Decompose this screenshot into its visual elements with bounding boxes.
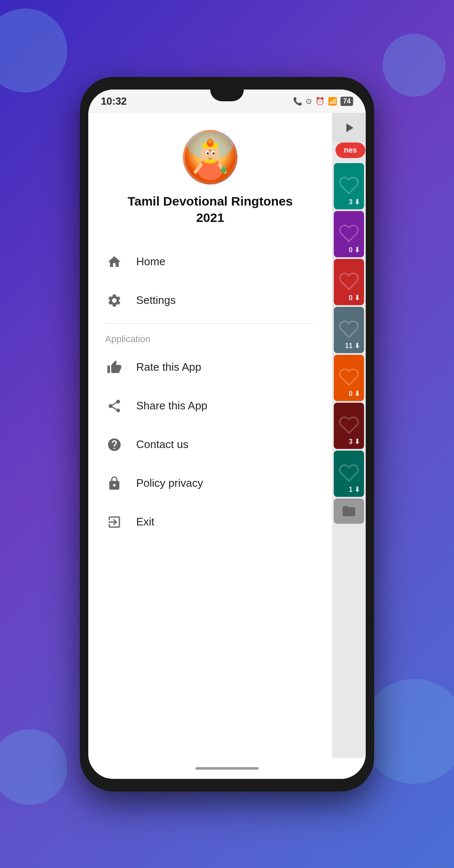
folder-area [334,499,364,524]
svg-point-18 [224,166,225,167]
lock-icon [105,474,124,493]
menu-item-policy[interactable]: Policy privacy [88,464,332,503]
download-count-5: 3 ⬇ [349,438,360,446]
menu-item-exit[interactable]: Exit [88,503,332,541]
heart-icon-3 [338,319,359,341]
battery-level: 74 [340,97,353,106]
heart-icon-0 [338,175,359,198]
exit-label: Exit [136,515,154,528]
drawer-header: Tamil Devotional Ringtones 2021 [88,113,332,238]
navigation-drawer: Tamil Devotional Ringtones 2021 Home [88,113,332,758]
ringtone-card-0[interactable]: 3 ⬇ [334,163,364,209]
share-label: Share this App [136,399,207,412]
drawer-menu: Home Settings Application [88,238,332,546]
heart-icon-4 [338,367,359,389]
svg-point-6 [208,139,212,143]
status-time: 10:32 [101,95,127,107]
download-count-0: 3 ⬇ [349,198,360,206]
phone-screen: 10:32 📞 ⊙ ⏰ 📶 74 [88,90,366,779]
filter-tab-nes[interactable]: nes [335,142,365,158]
download-count-3: 11 ⬇ [345,342,360,350]
share-icon [105,397,124,415]
thumbup-icon [105,358,124,377]
app-avatar [183,130,238,185]
rate-label: Rate this App [136,361,201,374]
heart-icon-1 [338,223,359,245]
filter-tabs: nes C [332,142,366,161]
svg-point-10 [213,152,215,154]
status-icons-group: 📞 ⊙ ⏰ 📶 74 [293,97,353,106]
settings-icon [105,291,124,310]
wifi-icon: 📶 [328,97,337,106]
svg-point-11 [209,150,211,151]
menu-item-rate[interactable]: Rate this App [88,348,332,387]
svg-point-15 [204,159,216,164]
bg-blob-4 [0,729,67,805]
play-all-button[interactable] [338,117,359,138]
ringtone-panel: nes C 3 ⬇ 0 ⬇ [332,113,366,758]
bg-blob-1 [0,8,67,92]
bg-blob-3 [362,679,454,784]
home-indicator [88,758,366,779]
svg-point-12 [209,155,211,156]
alarm-icon: ⏰ [315,97,325,106]
download-count-4: 0 ⬇ [349,390,360,398]
ringtone-card-2[interactable]: 0 ⬇ [334,259,364,305]
download-count-1: 0 ⬇ [349,246,360,254]
exit-icon [105,513,124,531]
help-icon [105,435,124,454]
content-area: Tamil Devotional Ringtones 2021 Home [88,113,366,758]
menu-item-home[interactable]: Home [88,243,332,281]
heart-icon-6 [338,462,359,485]
menu-item-contact[interactable]: Contact us [88,425,332,464]
home-bar [195,767,259,770]
app-title: Tamil Devotional Ringtones 2021 [128,193,293,226]
ringtone-card-6[interactable]: 1 ⬇ [334,451,364,497]
policy-label: Policy privacy [136,477,203,490]
ringtone-card-5[interactable]: 3 ⬇ [334,403,364,449]
svg-point-9 [207,152,209,154]
download-count-2: 0 ⬇ [349,294,360,302]
heart-icon-5 [338,414,359,437]
menu-item-settings[interactable]: Settings [88,281,332,320]
settings-label: Settings [136,294,176,307]
panel-toolbar [332,113,366,142]
section-divider [105,323,315,324]
sync-icon: ⊙ [306,97,312,106]
ringtone-card-3[interactable]: 11 ⬇ [334,307,364,353]
contact-label: Contact us [136,438,188,451]
bg-blob-2 [383,34,446,97]
download-count-6: 1 ⬇ [349,485,360,493]
ringtone-card-1[interactable]: 0 ⬇ [334,211,364,257]
ringtone-card-4[interactable]: 0 ⬇ [334,355,364,401]
application-section-header: Application [88,327,332,348]
heart-icon-2 [338,271,359,293]
deity-illustration [185,132,235,182]
home-label: Home [136,255,165,268]
phone-shell: 10:32 📞 ⊙ ⏰ 📶 74 [80,77,374,791]
call-icon: 📞 [293,97,302,106]
home-icon [105,253,124,271]
menu-item-share[interactable]: Share this App [88,387,332,425]
ringtone-list: 3 ⬇ 0 ⬇ 0 ⬇ [332,161,366,758]
